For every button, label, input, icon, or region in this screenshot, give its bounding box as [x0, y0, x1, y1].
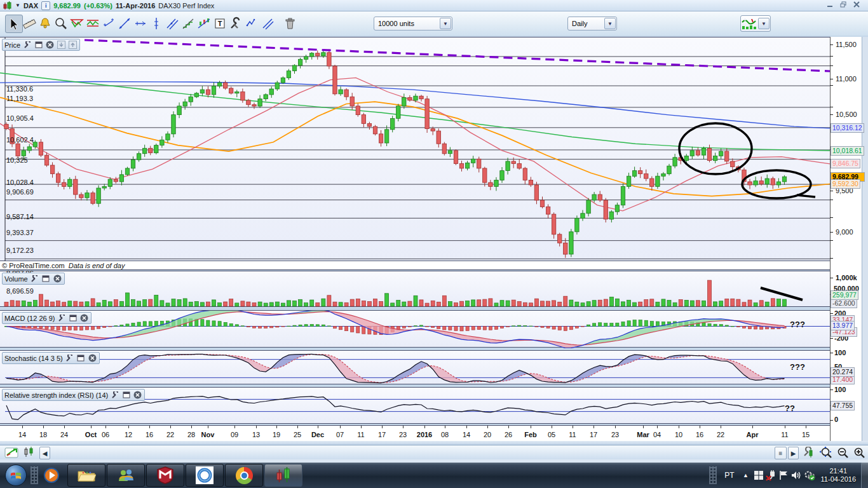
tool-text-icon[interactable]: T	[212, 15, 228, 32]
period-dropdown-icon[interactable]: ▼	[604, 18, 616, 29]
quicklaunch-media-player[interactable]	[41, 464, 62, 486]
close-panel-icon[interactable]	[79, 314, 89, 322]
tool-fibonacci-icon[interactable]	[180, 15, 196, 32]
period-combo[interactable]: Daily ▼	[567, 17, 617, 30]
price-level-label: 8,696.59	[6, 287, 34, 295]
tool-regression-icon[interactable]	[196, 15, 212, 32]
close-panel-icon[interactable]	[53, 274, 62, 283]
vertical-scrollbar[interactable]	[862, 37, 868, 441]
price-level-label: 9,906.69	[6, 188, 34, 196]
tool-pointer-icon[interactable]	[5, 15, 23, 33]
close-panel-icon[interactable]	[133, 391, 142, 399]
close-button[interactable]	[853, 1, 864, 10]
tool-vertical-line-icon[interactable]	[148, 15, 165, 32]
volume-badge: 259,977	[831, 290, 858, 300]
taskbar-divider	[31, 466, 38, 484]
candle-list-button[interactable]	[22, 447, 37, 458]
macd-annotation: ???	[790, 320, 805, 329]
time-axis[interactable]: 141824Oct0612162228Nov09131925Dec0711172…	[0, 425, 830, 442]
scroll-right-button[interactable]: ▶	[788, 447, 799, 459]
window-icon[interactable]	[68, 314, 78, 322]
chart-style-dropdown-icon[interactable]: ▼	[758, 18, 770, 29]
tool-alarm-icon[interactable]	[37, 15, 53, 32]
tool-segment-icon[interactable]	[100, 15, 117, 32]
minimize-button[interactable]	[827, 1, 837, 10]
tool-zoom-icon[interactable]	[53, 15, 69, 32]
scroll-left-button[interactable]: ◀	[39, 447, 50, 459]
tool-crossed-lines-icon[interactable]	[259, 15, 276, 32]
tray-windows-icon[interactable]	[752, 468, 765, 482]
volume-panel-header: Volume	[2, 273, 65, 285]
move-up-icon[interactable]	[68, 41, 78, 49]
tray-clock[interactable]: 21:41 11-04-2016	[821, 467, 856, 484]
units-dropdown-icon[interactable]: ▼	[440, 18, 451, 29]
rsi-panel[interactable]: Relative strength index (RSI) (14)	[0, 387, 830, 424]
volume-hidden-badge: -62.600	[831, 299, 857, 308]
tray-updates-icon[interactable]	[803, 468, 816, 482]
tool-trendline-icon[interactable]	[116, 15, 133, 32]
tray-flag-icon[interactable]	[778, 468, 790, 482]
window-icon[interactable]	[76, 354, 86, 362]
chart-style-icon	[741, 20, 757, 28]
time-axis-label: 17	[590, 431, 597, 438]
last-price: 9,682.99	[53, 2, 81, 10]
stochastic-panel[interactable]: Stochastic (14 3 5)	[0, 350, 830, 384]
tray-network-icon[interactable]	[765, 468, 778, 482]
data-note: Data is end of day	[69, 262, 125, 269]
stochastic-panel-header: Stochastic (14 3 5)	[2, 352, 100, 364]
taskbar-app-mcafee[interactable]	[146, 464, 184, 487]
wrench-icon[interactable]	[22, 41, 32, 49]
taskbar-app-messenger[interactable]	[107, 464, 145, 487]
taskbar-app-explorer[interactable]	[67, 464, 105, 487]
close-panel-icon[interactable]	[45, 41, 55, 49]
instrument-name[interactable]: DAX	[24, 2, 38, 10]
show-desktop-button[interactable]	[861, 463, 868, 488]
units-combo[interactable]: 10000 units ▼	[374, 17, 452, 30]
zoom-in-icon[interactable]	[851, 447, 867, 458]
price-panel-title: Price	[4, 41, 20, 49]
volume-panel[interactable]: Volume	[0, 271, 830, 307]
tool-parallel-lines-icon[interactable]	[164, 15, 180, 32]
window-icon[interactable]	[121, 391, 131, 399]
tool-pattern-up-icon[interactable]	[85, 15, 101, 32]
price-panel[interactable]: Price 11,330.611,193.310,905.410,602.410…	[0, 37, 830, 261]
chart-style-button[interactable]: ▼	[740, 15, 771, 32]
tray-language[interactable]: PT	[724, 471, 734, 480]
wrench-icon[interactable]	[65, 354, 74, 362]
price-level-label: 11,193.3	[6, 95, 33, 102]
tool-horizontal-segment-icon[interactable]	[132, 15, 149, 32]
start-button[interactable]	[4, 463, 28, 487]
tool-zigzag-icon[interactable]	[243, 15, 260, 32]
taskbar-app-browser-ring[interactable]	[186, 464, 224, 487]
wrench-icon[interactable]	[30, 274, 39, 283]
macd-panel[interactable]: MACD (12 26 9)	[0, 310, 830, 348]
close-panel-icon[interactable]	[88, 354, 97, 362]
restore-button[interactable]	[840, 1, 851, 10]
wrench-icon[interactable]	[57, 314, 66, 322]
rsi-badge: 47.755	[831, 401, 855, 410]
window-icon[interactable]	[34, 41, 43, 49]
info-icon[interactable]: i	[41, 1, 50, 10]
tool-pattern-down-icon[interactable]	[69, 15, 85, 32]
tool-trash-icon[interactable]	[281, 15, 298, 32]
tool-tools-icon[interactable]	[227, 15, 244, 32]
time-axis-label: 06	[102, 431, 109, 438]
chart-export-button[interactable]	[3, 447, 20, 458]
list-button[interactable]: ≡	[775, 447, 787, 459]
price-axis-tick: 9,000	[836, 228, 853, 236]
zoom-fit-icon[interactable]	[818, 447, 834, 458]
chart-settings-icon[interactable]	[801, 447, 815, 458]
tool-ruler-icon[interactable]	[21, 15, 37, 32]
move-down-icon[interactable]	[57, 41, 66, 49]
taskbar-app-prorealtime[interactable]	[264, 464, 302, 487]
tray-volume-icon[interactable]	[790, 468, 803, 482]
instrument-dropdown-icon[interactable]: ▼	[15, 3, 20, 8]
stoch-axis-top: 100	[834, 349, 846, 356]
tray-expand-icon[interactable]: ▲	[740, 468, 752, 482]
time-axis-label: 24	[60, 431, 68, 438]
window-icon[interactable]	[41, 274, 51, 283]
taskbar-app-chrome[interactable]	[225, 464, 263, 487]
macd-panel-header: MACD (12 26 9)	[2, 312, 92, 324]
wrench-icon[interactable]	[110, 391, 119, 399]
zoom-out-icon[interactable]	[835, 447, 850, 458]
